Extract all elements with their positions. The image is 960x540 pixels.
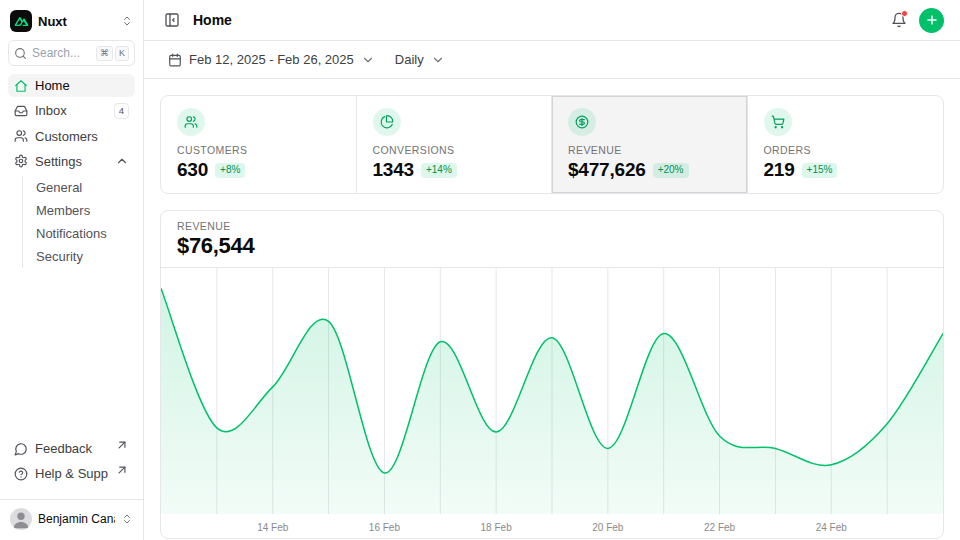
dashboard-content: CUSTOMERS 630 +8% CONVERSIONS 1343 +14% (144, 79, 960, 540)
filters-toolbar: Feb 12, 2025 - Feb 26, 2025 Daily (144, 41, 960, 79)
stat-label: CONVERSIONS (373, 144, 536, 156)
sidebar-item-notifications[interactable]: Notifications (34, 222, 135, 245)
sidebar-spacer (8, 276, 135, 430)
circle-dollar-icon (568, 108, 596, 136)
stat-delta-badge: +14% (421, 163, 457, 178)
stat-card-conversions[interactable]: CONVERSIONS 1343 +14% (357, 96, 553, 193)
inbox-count-badge: 4 (114, 103, 129, 119)
search-placeholder: Search... (32, 46, 91, 60)
stat-card-revenue[interactable]: REVENUE $477,626 +20% (552, 96, 748, 193)
sidebar-item-label: Customers (35, 129, 129, 144)
stat-delta-badge: +15% (802, 163, 838, 178)
search-input[interactable]: Search... ⌘ K (8, 40, 135, 66)
chevron-up-icon (115, 154, 129, 168)
feedback-link[interactable]: Feedback (8, 437, 135, 460)
search-kbd-shortcut: ⌘ K (96, 46, 129, 61)
footer-link-label: Feedback (35, 441, 108, 456)
chevron-up-down-icon (121, 15, 133, 27)
plus-icon (925, 13, 939, 27)
page-title: Home (193, 12, 232, 28)
nuxt-logo-icon (10, 10, 32, 32)
sidebar-item-members[interactable]: Members (34, 199, 135, 222)
date-range-picker[interactable]: Feb 12, 2025 - Feb 26, 2025 (160, 47, 383, 72)
search-icon (14, 47, 27, 60)
workspace-switcher[interactable]: Nuxt (8, 10, 135, 32)
sidebar-item-inbox[interactable]: Inbox 4 (8, 99, 135, 123)
app-root: Nuxt Search... ⌘ K Home Inbox 4 (0, 0, 960, 540)
svg-text:16 Feb: 16 Feb (369, 522, 401, 533)
sidebar-item-general[interactable]: General (34, 176, 135, 199)
user-name: Benjamin Canac (38, 512, 115, 526)
revenue-area-chart[interactable]: 14 Feb16 Feb18 Feb20 Feb22 Feb24 Feb (161, 268, 943, 538)
stat-card-customers[interactable]: CUSTOMERS 630 +8% (161, 96, 357, 193)
sidebar-item-label: Home (35, 78, 129, 93)
stat-value-row: $477,626 +20% (568, 159, 731, 181)
sidebar-footer-links: Feedback Help & Support (8, 437, 135, 485)
main-area: Home Feb 12, 2025 - Feb 26, 2025 Daily (144, 0, 960, 540)
sidebar-toggle-button[interactable] (160, 8, 184, 32)
sidebar-item-home[interactable]: Home (8, 74, 135, 97)
external-link-arrow-icon (115, 438, 129, 452)
svg-text:18 Feb: 18 Feb (481, 522, 513, 533)
stat-delta-badge: +8% (215, 163, 245, 178)
stat-value: $477,626 (568, 159, 646, 181)
stat-label: ORDERS (764, 144, 928, 156)
sidebar-item-settings[interactable]: Settings (8, 150, 135, 173)
sidebar-item-security[interactable]: Security (34, 245, 135, 268)
period-value: Daily (395, 52, 424, 67)
gear-icon (14, 154, 28, 168)
page-header: Home (144, 0, 960, 41)
date-range-value: Feb 12, 2025 - Feb 26, 2025 (189, 52, 354, 67)
sidebar: Nuxt Search... ⌘ K Home Inbox 4 (0, 0, 144, 540)
stat-card-orders[interactable]: ORDERS 219 +15% (748, 96, 944, 193)
stat-label: CUSTOMERS (177, 144, 340, 156)
period-select[interactable]: Daily (387, 47, 453, 72)
add-button[interactable] (919, 8, 944, 33)
message-circle-icon (14, 442, 28, 456)
inbox-icon (14, 104, 28, 118)
stat-value-row: 1343 +14% (373, 159, 536, 181)
chart-metric-value: $76,544 (177, 233, 927, 259)
calendar-icon (168, 53, 182, 67)
external-link-arrow-icon (115, 463, 129, 477)
sidebar-item-customers[interactable]: Customers (8, 125, 135, 148)
stats-row: CUSTOMERS 630 +8% CONVERSIONS 1343 +14% (160, 95, 944, 194)
chevron-down-icon (361, 53, 375, 67)
user-menu[interactable]: Benjamin Canac (0, 499, 143, 534)
footer-link-label: Help & Support (35, 466, 108, 481)
stat-value-row: 219 +15% (764, 159, 928, 181)
avatar (10, 508, 32, 530)
sidebar-item-label: Settings (35, 154, 108, 169)
stat-value: 630 (177, 159, 208, 181)
chart-plot-area[interactable]: 14 Feb16 Feb18 Feb20 Feb22 Feb24 Feb (161, 268, 943, 538)
header-actions (887, 8, 944, 33)
users-icon (14, 129, 28, 143)
cart-icon (764, 108, 792, 136)
settings-submenu: General Members Notifications Security (22, 176, 135, 268)
svg-text:20 Feb: 20 Feb (592, 522, 624, 533)
notification-dot (901, 10, 908, 17)
notifications-button[interactable] (887, 8, 911, 32)
help-circle-icon (14, 467, 28, 481)
chart-metric-label: REVENUE (177, 220, 927, 232)
revenue-chart-card: REVENUE $76,544 14 Feb16 Feb18 Feb20 Feb… (160, 210, 944, 539)
stat-value-row: 630 +8% (177, 159, 340, 181)
users-icon (177, 108, 205, 136)
kbd-meta: ⌘ (96, 46, 113, 61)
stat-value: 219 (764, 159, 795, 181)
svg-text:22 Feb: 22 Feb (704, 522, 736, 533)
panel-left-icon (164, 12, 180, 28)
stat-value: 1343 (373, 159, 414, 181)
home-icon (14, 79, 28, 93)
svg-text:14 Feb: 14 Feb (257, 522, 289, 533)
stat-delta-badge: +20% (653, 163, 689, 178)
chart-pie-icon (373, 108, 401, 136)
kbd-k: K (115, 46, 129, 61)
chart-header: REVENUE $76,544 (161, 211, 943, 268)
help-support-link[interactable]: Help & Support (8, 462, 135, 485)
sidebar-item-label: Inbox (35, 103, 107, 118)
stat-label: REVENUE (568, 144, 731, 156)
chevron-up-down-icon (121, 513, 133, 525)
sidebar-nav: Home Inbox 4 Customers Settings General … (8, 74, 135, 268)
chevron-down-icon (431, 53, 445, 67)
